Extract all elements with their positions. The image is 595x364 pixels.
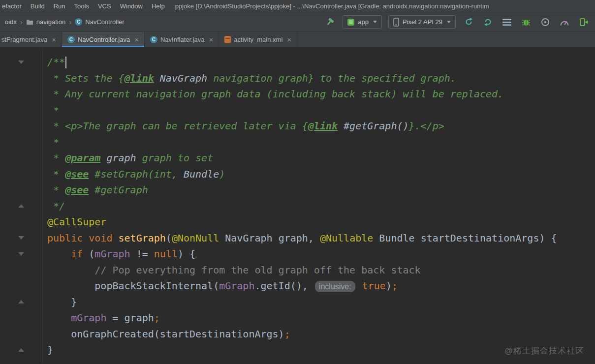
code-line[interactable]: * Sets the {@link NavGraph navigation gr… [0, 70, 595, 87]
code-line[interactable]: if (mGraph != null) { [0, 246, 595, 262]
chevron-down-icon [373, 21, 377, 23]
code-line[interactable]: * @see #getGraph [0, 182, 595, 198]
fold-up-icon[interactable] [18, 348, 24, 352]
class-icon: C [150, 36, 157, 43]
code-token: ) [219, 168, 225, 180]
build-hammer-icon[interactable] [323, 16, 336, 29]
menu-item[interactable]: Run [49, 2, 70, 10]
menu-item[interactable]: efactor [1, 2, 26, 10]
code-line[interactable]: * [0, 134, 595, 151]
code-text[interactable]: onGraphCreated(startDestinationArgs); [42, 328, 290, 340]
text-caret [65, 57, 66, 68]
code-text[interactable]: * @see #setGraph(int, Bundle) [42, 168, 225, 180]
close-icon[interactable]: × [52, 36, 56, 43]
debug-bug-icon[interactable] [520, 16, 532, 29]
code-token: #setGraph(int, [89, 168, 184, 180]
menu-item[interactable]: Help [147, 2, 169, 10]
code-token: mGraph [94, 248, 130, 260]
breadcrumb-item[interactable]: navigation [26, 18, 65, 26]
menu-item[interactable]: VCS [94, 2, 116, 10]
code-token: * <p>The graph can be retrieved later vi… [47, 120, 308, 132]
fold-down-icon[interactable] [18, 236, 24, 240]
code-token [47, 248, 71, 260]
app-module-icon [347, 19, 354, 26]
fold-down-icon[interactable] [18, 61, 24, 64]
device-select[interactable]: Pixel 2 API 29 [388, 15, 456, 29]
code-line[interactable]: * <p>The graph can be retrieved later vi… [0, 118, 595, 134]
tab-NavController.java[interactable]: CNavController.java× [62, 32, 145, 47]
code-token: NavGraph [160, 72, 207, 84]
code-text[interactable]: // Pop everything from the old graph off… [42, 264, 421, 276]
code-text[interactable]: * @see #getGraph [42, 184, 148, 196]
code-text[interactable]: if (mGraph != null) { [42, 248, 195, 260]
gutter [0, 300, 42, 303]
code-line[interactable]: // Pop everything from the old graph off… [0, 262, 595, 278]
code-text[interactable]: @CallSuper [42, 216, 106, 228]
code-area[interactable]: /** * Sets the {@link NavGraph navigatio… [0, 54, 595, 358]
attach-debugger-icon[interactable] [577, 16, 590, 29]
code-token: navigation graph} to the specified graph… [207, 72, 456, 84]
code-text[interactable]: popBackStackInternal(mGraph.getId(), inc… [42, 280, 398, 292]
code-token: if [71, 248, 83, 260]
close-icon[interactable]: × [209, 36, 214, 43]
code-line[interactable]: onGraphCreated(startDestinationArgs); [0, 326, 595, 342]
code-text[interactable]: * <p>The graph can be retrieved later vi… [42, 120, 444, 132]
toolbar: app Pixel 2 API 29 [323, 15, 590, 29]
code-text[interactable]: * [42, 104, 59, 116]
code-token [83, 232, 89, 244]
tab-label: NavController.java [78, 36, 130, 43]
logcat-list-icon[interactable] [501, 16, 513, 29]
code-token: ( [166, 232, 172, 244]
editor[interactable]: /** * Sets the {@link NavGraph navigatio… [0, 48, 595, 364]
class-icon: C [75, 18, 82, 26]
run-config-select[interactable]: app [343, 15, 382, 29]
code-text[interactable]: public void setGraph(@NonNull NavGraph g… [42, 232, 557, 244]
breadcrumb-label: NavController [85, 18, 124, 26]
code-line[interactable]: /** [0, 54, 595, 70]
sync-icon[interactable] [462, 16, 475, 29]
run-config-label: app [358, 18, 369, 26]
menu-item[interactable]: Build [26, 2, 49, 10]
fold-up-icon[interactable] [18, 300, 24, 303]
menu-item[interactable]: Window [116, 2, 147, 10]
fold-down-icon[interactable] [18, 252, 24, 256]
code-token: ; [154, 312, 160, 324]
code-text[interactable]: } [42, 344, 53, 356]
code-line[interactable]: @CallSuper [0, 214, 595, 230]
code-text[interactable]: } [42, 296, 77, 308]
code-token: ; [392, 280, 398, 292]
tab-activity_main.xml[interactable]: activity_main.xml× [219, 32, 297, 47]
breadcrumb-item[interactable]: oidx [5, 18, 17, 26]
fold-up-icon[interactable] [18, 204, 24, 208]
code-line[interactable]: * @see #setGraph(int, Bundle) [0, 166, 595, 182]
code-line[interactable]: } [0, 294, 595, 310]
code-token: @see [65, 168, 89, 180]
breadcrumb-separator-icon: › [20, 18, 23, 26]
code-line[interactable]: public void setGraph(@NonNull NavGraph g… [0, 230, 595, 246]
code-text[interactable]: /** [42, 56, 66, 69]
close-icon[interactable]: × [134, 36, 139, 43]
code-line[interactable]: popBackStackInternal(mGraph.getId(), inc… [0, 278, 595, 294]
profiler-icon[interactable] [558, 16, 571, 29]
code-line[interactable]: mGraph = graph; [0, 310, 595, 326]
code-text[interactable]: * Any current navigation graph data (inc… [42, 88, 503, 100]
code-line[interactable]: * @param graph graph to set [0, 150, 595, 166]
code-line[interactable]: */ [0, 198, 595, 214]
code-text[interactable]: mGraph = graph; [42, 312, 160, 324]
code-line[interactable]: * Any current navigation graph data (inc… [0, 86, 595, 102]
code-text[interactable]: * [42, 136, 59, 148]
tab-NavInflater.java[interactable]: CNavInflater.java× [145, 32, 219, 47]
close-icon[interactable]: × [287, 36, 291, 43]
code-token [100, 152, 106, 164]
breadcrumb-item[interactable]: CNavController [75, 18, 124, 26]
tab-stFragment.java[interactable]: stFragment.java× [0, 32, 62, 47]
apply-changes-icon[interactable] [481, 16, 494, 29]
menu-item[interactable]: Tools [70, 2, 94, 10]
code-token: #getGraph [89, 184, 148, 196]
coverage-icon[interactable] [539, 16, 552, 29]
code-token: true [362, 280, 386, 292]
code-text[interactable]: * @param graph graph to set [42, 152, 213, 164]
code-text[interactable]: * Sets the {@link NavGraph navigation gr… [42, 72, 456, 84]
code-text[interactable]: */ [42, 200, 65, 212]
code-line[interactable]: * [0, 102, 595, 119]
